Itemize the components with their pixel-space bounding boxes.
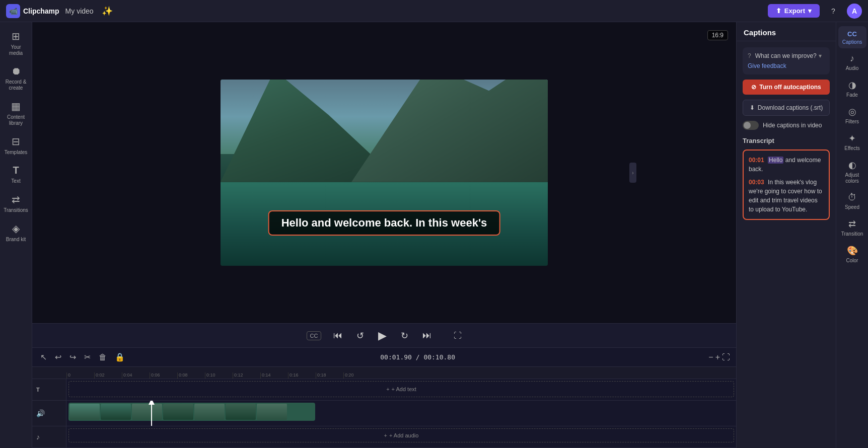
right-item-filters[interactable]: ◎ Filters	[838, 102, 866, 128]
clip-thumb-5	[194, 404, 225, 420]
redo-button[interactable]: ↪	[67, 351, 78, 363]
right-item-transition[interactable]: ⇄ Transition	[838, 214, 866, 240]
captions-panel-icon: CC	[847, 30, 857, 38]
right-item-effects[interactable]: ✦ Effects	[838, 129, 866, 155]
audio-label: Audio	[846, 65, 859, 71]
play-button[interactable]: ▶	[376, 327, 389, 344]
ruler-mark-20: 0:20	[343, 372, 371, 379]
user-avatar[interactable]: A	[847, 4, 862, 19]
captions-toggle-button[interactable]: CC	[307, 331, 322, 340]
add-audio-label: + Add audio	[389, 432, 418, 438]
fullscreen-button[interactable]: ⛶	[454, 331, 462, 340]
zoom-controls: − + ⛶	[708, 353, 730, 362]
sidebar-label-transitions: Transitions	[4, 207, 28, 213]
panel-collapse-button[interactable]: ›	[629, 163, 636, 183]
split-button[interactable]: ✂	[82, 351, 93, 363]
sidebar-item-templates[interactable]: ⊟ Templates	[2, 131, 30, 159]
right-item-fade[interactable]: ◑ Fade	[838, 76, 866, 101]
sidebar-item-record-create[interactable]: ⏺ Record & create	[2, 61, 30, 94]
skip-back-button[interactable]: ⏮	[331, 328, 344, 343]
content-library-icon: ▦	[11, 100, 21, 112]
hide-captions-row: Hide captions in video	[743, 121, 830, 130]
captions-panel: Captions ? What can we improve? ▾ Give f…	[736, 22, 836, 448]
select-tool-button[interactable]: ↖	[38, 351, 49, 363]
fast-forward-button[interactable]: ↻	[399, 328, 410, 343]
feedback-chevron: ▾	[819, 52, 822, 59]
turn-off-autocaptions-button[interactable]: ⊘ Turn off autocaptions	[743, 80, 830, 95]
help-button[interactable]: ?	[826, 4, 841, 19]
timeline-ruler: 0 0:02 0:04 0:06 0:08 0:10 0:12 0:14 0:1…	[32, 367, 736, 379]
clip-thumb-4	[163, 404, 193, 420]
sidebar-label-templates: Templates	[5, 150, 28, 156]
hide-captions-toggle[interactable]	[743, 121, 759, 130]
captions-panel-title: Captions	[744, 28, 776, 37]
lock-button[interactable]: 🔒	[113, 351, 127, 363]
zoom-out-button[interactable]: −	[708, 353, 713, 362]
fade-icon: ◑	[848, 80, 856, 91]
clip-thumb-7	[257, 404, 287, 420]
chevron-right-icon: ›	[632, 170, 633, 176]
caption-overlay: Hello and welcome back. In this week's	[268, 210, 500, 236]
center-area: 16:9 Hello and welcome back. In this wee…	[32, 22, 736, 448]
text-icon: T	[13, 165, 19, 176]
turn-off-icon: ⊘	[751, 84, 756, 91]
add-audio-button[interactable]: + + Add audio	[68, 428, 734, 442]
video-frame: Hello and welcome back. In this week's	[221, 80, 548, 266]
audio-track-icon: ♪	[36, 433, 40, 441]
skip-forward-button[interactable]: ⏭	[420, 328, 433, 343]
hide-captions-label: Hide captions in video	[763, 122, 822, 129]
captions-panel-label: Captions	[842, 39, 862, 45]
feedback-link[interactable]: Give feedback	[748, 62, 786, 69]
color-label: Color	[846, 258, 858, 264]
delete-button[interactable]: 🗑	[97, 352, 109, 363]
sidebar-item-content-library[interactable]: ▦ Content library	[2, 96, 30, 129]
ruler-mark-4: 0:04	[122, 372, 150, 379]
add-text-button[interactable]: + + Add text	[68, 381, 734, 397]
transition-icon: ⇄	[848, 218, 856, 230]
ai-icon[interactable]: ✨	[100, 4, 115, 19]
app-name: Clipchamp	[23, 7, 59, 15]
feedback-box: ? What can we improve? ▾ Give feedback	[743, 47, 830, 74]
sidebar-item-text[interactable]: T Text	[2, 161, 30, 187]
download-captions-button[interactable]: ⬇ Download captions (.srt)	[743, 100, 830, 116]
sidebar-item-your-media[interactable]: ⊞ Your media	[2, 26, 30, 59]
timeline-cursor[interactable]	[151, 401, 152, 426]
sidebar-label-record-create: Record & create	[4, 79, 28, 91]
current-time: 00:01.90	[380, 353, 412, 361]
sidebar-label-brand-kit: Brand kit	[6, 237, 26, 243]
audio-track-content[interactable]: + + Add audio	[66, 426, 736, 447]
speed-label: Speed	[845, 204, 859, 210]
zoom-fit-button[interactable]: ⛶	[722, 353, 730, 362]
transcript-entry-2: 00:03 In this week's vlog we're going to…	[749, 178, 824, 214]
effects-label: Effects	[844, 145, 859, 152]
right-item-speed[interactable]: ⏱ Speed	[838, 188, 866, 213]
export-button[interactable]: ⬆ Export ▾	[768, 4, 820, 18]
app-logo[interactable]: 📹 Clipchamp	[6, 4, 59, 18]
ruler-mark-18: 0:18	[316, 372, 343, 379]
audio-icon: ♪	[850, 53, 854, 64]
right-item-adjust-colors[interactable]: ◐ Adjust colors	[838, 156, 866, 187]
video-clip[interactable]	[68, 403, 315, 421]
topbar: 📹 Clipchamp My video ✨ ⬆ Export ▾ ? A	[0, 0, 868, 22]
ruler-mark-6: 0:06	[150, 372, 177, 379]
zoom-in-button[interactable]: +	[715, 353, 720, 362]
clip-thumb-6	[226, 404, 256, 420]
export-label: Export	[784, 7, 805, 15]
feedback-question-text: What can we improve?	[755, 52, 817, 59]
undo-button[interactable]: ↩	[53, 351, 63, 363]
sidebar-item-brand-kit[interactable]: ◈ Brand kit	[2, 218, 30, 246]
rewind-button[interactable]: ↺	[354, 328, 366, 343]
timeline-area: ↖ ↩ ↪ ✂ 🗑 🔒 00:01.90 / 00:10.80 − + ⛶	[32, 347, 736, 448]
text-track-content[interactable]: + + Add text	[66, 379, 736, 400]
speed-icon: ⏱	[848, 192, 857, 203]
ruler-mark-12: 0:12	[233, 372, 260, 379]
video-title[interactable]: My video	[65, 7, 94, 15]
ruler-mark-2: 0:02	[94, 372, 122, 379]
clip-thumb-2	[101, 404, 131, 420]
right-item-color[interactable]: 🎨 Color	[838, 241, 866, 267]
right-item-captions[interactable]: CC Captions	[838, 26, 866, 48]
ruler-mark-8: 0:08	[177, 372, 205, 379]
export-icon: ⬆	[776, 7, 781, 15]
sidebar-item-transitions[interactable]: ⇄ Transitions	[2, 189, 30, 216]
right-item-audio[interactable]: ♪ Audio	[838, 49, 866, 74]
